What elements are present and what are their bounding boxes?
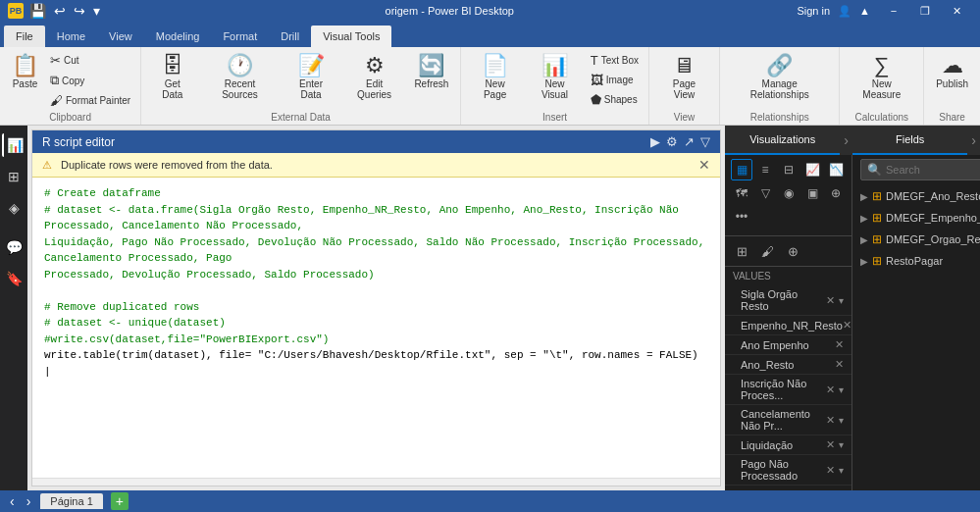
viz-kpi[interactable]: ⊕ [825, 182, 847, 204]
format-icon[interactable]: 🖌 [756, 240, 778, 262]
calculations-group: ∑ New Measure Calculations [840, 47, 924, 125]
remove-value-6[interactable]: ✕ [826, 438, 835, 451]
field-group-header-2[interactable]: ▶ ⊞ DMEGF_Orgao_Resto [852, 230, 980, 249]
expand-fields-panel[interactable]: › [971, 132, 976, 148]
publish-button[interactable]: ☁ Publish [930, 51, 974, 93]
dropdown-qa[interactable]: ▾ [91, 3, 102, 19]
chevron-value-0[interactable]: ▾ [839, 295, 844, 306]
viz-line[interactable]: 📈 [801, 159, 823, 180]
r-code-editor[interactable]: # Create dataframe # dataset <- data.fra… [32, 178, 720, 478]
copy-button[interactable]: ⧉ Copy [46, 71, 134, 90]
tab-format[interactable]: Format [211, 26, 269, 47]
tab-view[interactable]: View [97, 26, 144, 47]
ribbon-collapse[interactable]: ▲ [859, 5, 870, 17]
remove-value-1[interactable]: ✕ [843, 319, 851, 332]
fields-tab[interactable]: Fields [852, 126, 967, 155]
fields-icon[interactable]: ⊞ [731, 240, 752, 262]
edit-queries-button[interactable]: ⚙ Edit Queries [342, 51, 407, 104]
expand-viz-panel[interactable]: › [844, 132, 849, 148]
share-group: ☁ Publish Share [924, 47, 980, 125]
next-page-btn[interactable]: › [25, 493, 33, 509]
visualizations-tab[interactable]: Visualizations [725, 126, 840, 155]
tab-home[interactable]: Home [45, 26, 97, 47]
r-panel-title: R script editor [42, 135, 115, 149]
enter-data-button[interactable]: 📝 Enter Data [283, 51, 340, 104]
report-view-icon[interactable]: 📊 [2, 133, 26, 157]
get-data-button[interactable]: 🗄 Get Data [147, 51, 197, 104]
fields-search-box[interactable]: 🔍 [860, 159, 980, 180]
recent-sources-icon: 🕐 [227, 55, 253, 77]
viz-area[interactable]: 📉 [825, 159, 847, 180]
window-controls: − ❐ ✕ [878, 0, 972, 22]
viz-stacked-bar2[interactable]: ⊟ [778, 159, 799, 180]
new-visual-button[interactable]: 📊 New Visual [525, 51, 585, 104]
tab-drill[interactable]: Drill [269, 26, 311, 47]
account-icon[interactable]: 👤 [838, 5, 851, 18]
paste-button[interactable]: 📋 Paste [6, 51, 44, 93]
shapes-button[interactable]: ⬟ Shapes [587, 90, 643, 109]
minimize-btn[interactable]: − [878, 0, 909, 22]
run-script-icon[interactable]: ▶ [650, 134, 660, 149]
remove-value-0[interactable]: ✕ [826, 294, 835, 307]
relationships-label: Relationships [750, 110, 809, 123]
remove-value-7[interactable]: ✕ [826, 464, 835, 477]
search-input[interactable] [886, 164, 980, 176]
save-quick-btn[interactable]: 💾 [27, 3, 48, 19]
bookmark-icon[interactable]: 🔖 [2, 267, 26, 290]
title-bar: PB 💾 ↩ ↪ ▾ origem - Power BI Desktop Sig… [0, 0, 980, 22]
redo-btn[interactable]: ↪ [72, 3, 87, 19]
new-page-button[interactable]: 📄 New Page [467, 51, 523, 104]
external-link-icon[interactable]: ↗ [684, 134, 695, 149]
tab-modeling[interactable]: Modeling [144, 26, 212, 47]
viz-map[interactable]: 🗺 [731, 182, 752, 204]
data-view-icon[interactable]: ⊞ [2, 165, 26, 188]
chevron-value-5[interactable]: ▾ [839, 415, 844, 426]
viz-gauge[interactable]: ◉ [778, 182, 799, 204]
field-group-header-0[interactable]: ▶ ⊞ DMEGF_Ano_Resto [852, 186, 980, 206]
page-view-icon: 🖥 [673, 55, 695, 77]
chevron-value-6[interactable]: ▾ [839, 439, 844, 450]
sign-in-link[interactable]: Sign in [797, 5, 830, 17]
close-warning-btn[interactable]: ✕ [698, 157, 710, 173]
new-measure-button[interactable]: ∑ New Measure [846, 51, 917, 104]
viz-card[interactable]: ▣ [801, 182, 823, 204]
field-group-header-1[interactable]: ▶ ⊞ DMEGF_Empenho_... [852, 208, 980, 228]
fields-list: ▶ ⊞ DMEGF_Ano_Resto ▶ ⊞ DMEGF_Empenho_..… [852, 184, 980, 490]
cut-button[interactable]: ✂ Cut [46, 51, 134, 70]
model-view-icon[interactable]: ◈ [2, 196, 26, 220]
viz-format-toolbar: ⊞ 🖌 ⊕ [725, 235, 851, 266]
chevron-value-7[interactable]: ▾ [839, 465, 844, 476]
undo-btn[interactable]: ↩ [52, 3, 68, 19]
viz-more[interactable]: ••• [731, 206, 752, 228]
recent-sources-button[interactable]: 🕐 Recent Sources [200, 51, 281, 104]
refresh-button[interactable]: 🔄 Refresh [409, 51, 454, 93]
tab-file[interactable]: File [4, 26, 45, 47]
remove-value-5[interactable]: ✕ [826, 414, 835, 427]
collapse-panel-icon[interactable]: ▽ [700, 134, 710, 149]
remove-value-2[interactable]: ✕ [835, 338, 844, 351]
page-tab-1[interactable]: Página 1 [40, 493, 102, 509]
prev-page-btn[interactable]: ‹ [8, 493, 17, 509]
add-page-button[interactable]: + [111, 492, 129, 510]
value-row-8: Devolução Não Proce... ✕ ▾ [725, 486, 851, 490]
image-button[interactable]: 🖼 Image [587, 71, 643, 89]
settings-icon[interactable]: ⚙ [666, 134, 678, 149]
remove-value-3[interactable]: ✕ [835, 358, 844, 371]
analytics-icon[interactable]: ⊕ [782, 240, 803, 262]
viz-funnel[interactable]: ▽ [754, 182, 776, 204]
value-row-0: Sigla Orgão Resto ✕ ▾ [725, 285, 851, 316]
viz-bar-chart[interactable]: ▦ [731, 159, 752, 180]
manage-relationships-button[interactable]: 🔗 Manage Relationships [726, 51, 834, 104]
remove-value-4[interactable]: ✕ [826, 384, 835, 396]
maximize-btn[interactable]: ❐ [909, 0, 941, 22]
field-group-header-3[interactable]: ▶ ⊞ RestoPagar [852, 251, 980, 271]
tab-visual-tools[interactable]: Visual Tools [311, 26, 391, 47]
close-btn[interactable]: ✕ [941, 0, 972, 22]
qa-view-icon[interactable]: 💬 [2, 235, 26, 259]
publish-icon: ☁ [942, 55, 963, 77]
chevron-value-4[interactable]: ▾ [839, 384, 844, 395]
page-view-button[interactable]: 🖥 Page View [655, 51, 713, 104]
viz-stacked-bar[interactable]: ≡ [754, 159, 776, 180]
textbox-button[interactable]: T Text Box [587, 51, 643, 70]
format-painter-button[interactable]: 🖌 Format Painter [46, 91, 134, 110]
